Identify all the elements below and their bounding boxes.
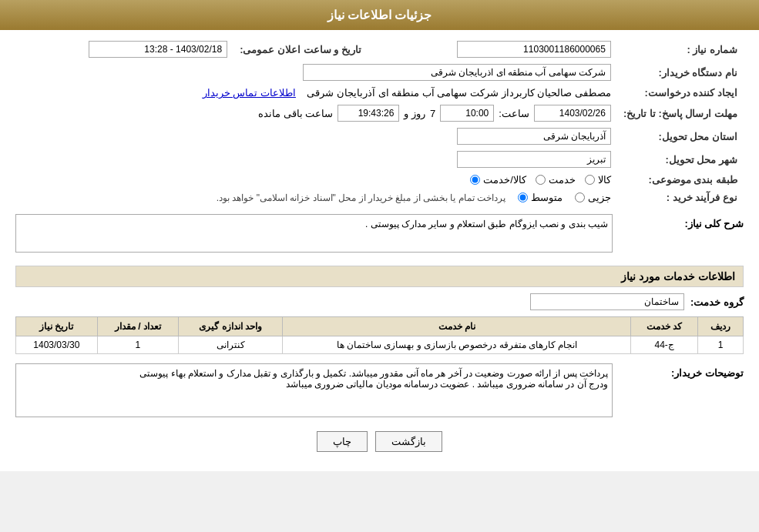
description-container <box>15 214 613 255</box>
date-label: تاریخ و ساعت اعلان عمومی: <box>233 38 377 61</box>
table-row: 1ج-44انجام کارهای متفرقه درخصوص بازسازی … <box>16 336 744 354</box>
deadline-day-label: روز و <box>404 108 425 119</box>
purchase-motavaset-label: متوسط <box>531 192 563 203</box>
buyer-org-field: شرکت سهامی آب منطقه ای اذربایجان شرقی <box>303 64 611 81</box>
creator-link[interactable]: اطلاعات تماس خریدار <box>203 87 296 99</box>
category-kala-khedmat-item: کالا/خدمت <box>470 174 526 186</box>
service-group-field: ساختمان <box>530 293 684 310</box>
purchase-type-desc: پرداخت تمام یا بخشی از مبلغ خریدار از مح… <box>217 192 505 203</box>
province-field: آذربایجان شرقی <box>457 128 611 145</box>
category-khedmat-radio[interactable] <box>536 175 546 185</box>
service-group-row: گروه خدمت: ساختمان <box>15 293 744 310</box>
creator-label: ایجاد کننده درخواست: <box>617 84 744 102</box>
category-kala-khedmat-label: کالا/خدمت <box>483 174 526 186</box>
page-header: جزئیات اطلاعات نیاز <box>0 0 759 30</box>
creator-row: ایجاد کننده درخواست: مصطفی صالحیان کاربر… <box>15 84 744 102</box>
col-date: تاریخ نیاز <box>16 317 98 336</box>
province-value: آذربایجان شرقی <box>15 125 617 148</box>
creator-value: مصطفی صالحیان کاربرداز شرکت سهامی آب منط… <box>15 84 617 102</box>
table-cell-service_code: ج-44 <box>631 336 698 354</box>
services-table-head: ردیف کد خدمت نام خدمت واحد اندازه گیری ت… <box>16 317 744 336</box>
city-value: تبریز <box>15 148 617 171</box>
deadline-time-label: ساعت: <box>499 108 529 119</box>
buyer-org-value: شرکت سهامی آب منطقه ای اذربایجان شرقی <box>15 61 617 84</box>
notes-container <box>15 363 613 420</box>
services-table-body: 1ج-44انجام کارهای متفرقه درخصوص بازسازی … <box>16 336 744 354</box>
date-value: 1403/02/18 - 13:28 <box>15 38 233 61</box>
deadline-label: مهلت ارسال پاسخ: تا تاریخ: <box>617 102 744 125</box>
page-title: جزئیات اطلاعات نیاز <box>327 8 432 22</box>
category-kala-radio[interactable] <box>585 175 595 185</box>
deadline-remaining-field: 19:43:26 <box>338 105 399 122</box>
buyer-org-label: نام دستگاه خریدار: <box>617 61 744 84</box>
col-unit: واحد اندازه گیری <box>179 317 283 336</box>
purchase-type-label: نوع فرآیند خرید : <box>617 189 744 206</box>
need-number-row: شماره نیاز : 1103001186000065 تاریخ و سا… <box>15 38 744 61</box>
purchase-motavaset-radio[interactable] <box>518 192 528 202</box>
table-cell-row_num: 1 <box>698 336 744 354</box>
category-row: طبقه بندی موضوعی: کالا خدمت کالا/خدمت <box>15 171 744 189</box>
purchase-jozvi-item: جزیی <box>575 192 611 203</box>
deadline-row: مهلت ارسال پاسخ: تا تاریخ: 1403/02/26 سا… <box>15 102 744 125</box>
table-cell-quantity: 1 <box>97 336 179 354</box>
category-khedmat-item: خدمت <box>536 174 576 186</box>
page-wrapper: جزئیات اطلاعات نیاز شماره نیاز : 1103001… <box>0 0 759 471</box>
city-label: شهر محل تحویل: <box>617 148 744 171</box>
purchase-jozvi-label: جزیی <box>588 192 611 203</box>
deadline-time-field: 10:00 <box>440 105 494 122</box>
description-textarea[interactable] <box>15 214 613 253</box>
service-group-label: گروه خدمت: <box>690 296 744 308</box>
buyer-org-row: نام دستگاه خریدار: شرکت سهامی آب منطقه ا… <box>15 61 744 84</box>
need-number-value: 1103001186000065 <box>377 38 617 61</box>
col-service-name: نام خدمت <box>283 317 631 336</box>
notes-section: توضیحات خریدار: <box>15 363 744 420</box>
purchase-type-options: جزیی متوسط پرداخت تمام یا بخشی از مبلغ خ… <box>22 192 611 203</box>
col-quantity: تعداد / مقدار <box>97 317 179 336</box>
services-table-header-row: ردیف کد خدمت نام خدمت واحد اندازه گیری ت… <box>16 317 744 336</box>
need-number-field: 1103001186000065 <box>457 41 611 58</box>
print-button[interactable]: چاپ <box>317 431 368 452</box>
deadline-row-content: 1403/02/26 ساعت: 10:00 7 روز و 19:43:26 … <box>15 102 617 125</box>
creator-text: مصطفی صالحیان کاربرداز شرکت سهامی آب منط… <box>307 87 611 99</box>
main-content: شماره نیاز : 1103001186000065 تاریخ و سا… <box>0 30 759 471</box>
purchase-type-row: نوع فرآیند خرید : جزیی متوسط پرداخت تمام… <box>15 189 744 206</box>
info-table: شماره نیاز : 1103001186000065 تاریخ و سا… <box>15 38 744 206</box>
purchase-type-content: جزیی متوسط پرداخت تمام یا بخشی از مبلغ خ… <box>15 189 617 206</box>
notes-textarea[interactable] <box>15 363 613 417</box>
deadline-date-row: 1403/02/26 ساعت: 10:00 7 روز و 19:43:26 … <box>22 105 611 122</box>
category-khedmat-label: خدمت <box>549 174 576 186</box>
need-number-label: شماره نیاز : <box>617 38 744 61</box>
category-label: طبقه بندی موضوعی: <box>617 171 744 189</box>
purchase-motavaset-item: متوسط <box>518 192 563 203</box>
table-cell-unit: کنترانی <box>179 336 283 354</box>
date-field: 1403/02/18 - 13:28 <box>89 41 227 58</box>
province-label: استان محل تحویل: <box>617 125 744 148</box>
category-radio-group: کالا خدمت کالا/خدمت <box>22 174 611 186</box>
col-row-num: ردیف <box>698 317 744 336</box>
deadline-remaining-label: ساعت باقی مانده <box>258 108 333 119</box>
city-field: تبریز <box>457 151 611 168</box>
category-kala-item: کالا <box>585 174 611 186</box>
back-button[interactable]: بازگشت <box>375 431 442 452</box>
table-cell-date: 1403/03/30 <box>16 336 98 354</box>
deadline-date-field: 1403/02/26 <box>534 105 611 122</box>
category-kala-label: کالا <box>598 174 611 186</box>
notes-label: توضیحات خریدار: <box>620 363 744 379</box>
city-row: شهر محل تحویل: تبریز <box>15 148 744 171</box>
services-table: ردیف کد خدمت نام خدمت واحد اندازه گیری ت… <box>15 316 744 354</box>
category-options: کالا خدمت کالا/خدمت <box>15 171 617 189</box>
services-section-header: اطلاعات خدمات مورد نیاز <box>15 266 744 287</box>
col-service-code: کد خدمت <box>631 317 698 336</box>
description-label: شرح کلی نیاز: <box>620 214 744 229</box>
deadline-days-field: 7 <box>430 108 435 119</box>
table-cell-service_name: انجام کارهای متفرقه درخصوص بازسازی و بهس… <box>283 336 631 354</box>
buttons-row: بازگشت چاپ <box>15 420 744 463</box>
description-section: شرح کلی نیاز: <box>15 214 744 255</box>
category-kala-khedmat-radio[interactable] <box>470 175 480 185</box>
purchase-jozvi-radio[interactable] <box>575 192 585 202</box>
province-row: استان محل تحویل: آذربایجان شرقی <box>15 125 744 148</box>
